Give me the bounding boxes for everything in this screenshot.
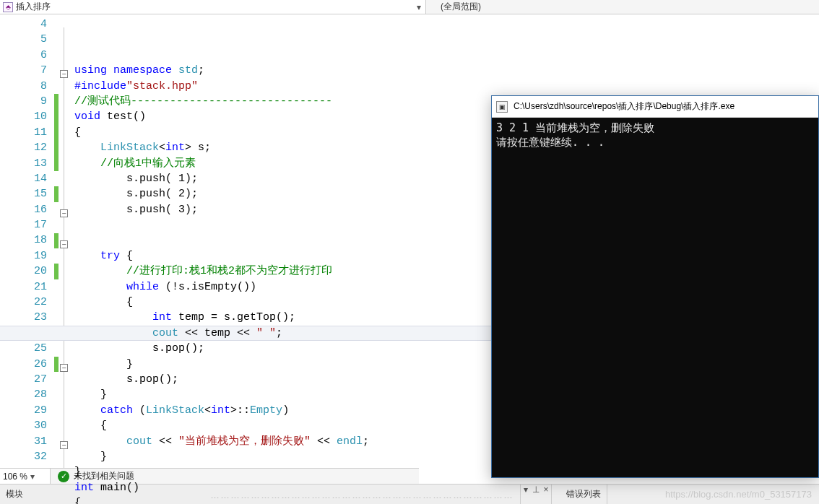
scope-bar: ⬘ 插入排序 ▾ (全局范围) <box>0 0 819 14</box>
line-number: 14 <box>0 171 47 186</box>
watermark: https://blog.csdn.net/m0_53157173 <box>665 489 812 500</box>
line-number: 21 <box>0 279 47 295</box>
line-number: 15 <box>0 186 47 201</box>
fold-toggle[interactable]: − <box>60 209 68 217</box>
line-number: 12 <box>0 140 47 155</box>
line-number: 6 <box>0 48 47 63</box>
tab-modules-label: 模块 <box>6 488 23 500</box>
console-line-1: 3 2 1 当前堆栈为空，删除失败 <box>496 121 654 134</box>
code-line[interactable]: using namespace std; <box>74 63 819 78</box>
line-number: 13 <box>0 156 47 171</box>
code-line[interactable]: #include"stack.hpp" <box>74 79 819 94</box>
line-number: 4 <box>0 17 47 32</box>
scope-dropdown-file[interactable]: ⬘ 插入排序 ▾ <box>0 0 426 14</box>
line-number-gutter: 4567891011121314151617181920212223242526… <box>0 14 54 469</box>
line-number: 8 <box>0 79 47 94</box>
chevron-down-icon: ▾ <box>412 2 425 12</box>
line-number: 17 <box>0 217 47 233</box>
fold-toggle[interactable]: − <box>60 364 68 372</box>
line-number: 10 <box>0 109 47 124</box>
line-number: 30 <box>0 418 47 433</box>
line-number: 23 <box>0 310 47 325</box>
chevron-down-icon: ▾ <box>27 472 38 482</box>
console-line-2: 请按任意键继续. . . <box>496 136 604 149</box>
line-number: 16 <box>0 202 47 217</box>
fold-toggle[interactable]: − <box>60 70 68 78</box>
file-scope-icon: ⬘ <box>3 2 13 12</box>
line-number: 32 <box>0 449 47 464</box>
fold-toggle[interactable]: − <box>60 441 68 449</box>
line-number: 5 <box>0 32 47 47</box>
status-ok-icon: ✓ <box>58 471 69 482</box>
zoom-value: 106 % <box>3 472 27 482</box>
line-number: 7 <box>0 63 47 78</box>
line-number: 26 <box>0 357 47 372</box>
line-number: 25 <box>0 341 47 356</box>
console-output: 3 2 1 当前堆栈为空，删除失败 请按任意键继续. . . <box>492 118 818 477</box>
line-number: 27 <box>0 372 47 387</box>
console-app-icon: ▣ <box>496 101 508 113</box>
line-number: 9 <box>0 94 47 109</box>
line-number: 18 <box>0 233 47 248</box>
line-number: 28 <box>0 387 47 402</box>
console-window[interactable]: ▣ C:\Users\zdh\source\repos\插入排序\Debug\插… <box>491 95 819 478</box>
line-number: 20 <box>0 264 47 279</box>
console-titlebar[interactable]: ▣ C:\Users\zdh\source\repos\插入排序\Debug\插… <box>492 96 818 118</box>
zoom-dropdown[interactable]: 106 % ▾ <box>0 469 51 484</box>
scope-file-label: 插入排序 <box>16 1 412 13</box>
console-title: C:\Users\zdh\source\repos\插入排序\Debug\插入排… <box>514 100 734 113</box>
line-number: 22 <box>0 295 47 310</box>
scope-function-label: (全局范围) <box>441 1 481 13</box>
fold-toggle[interactable]: − <box>60 240 68 248</box>
fold-column: −−−−− <box>58 14 74 469</box>
scope-dropdown-function[interactable]: (全局范围) <box>426 1 481 13</box>
line-number: 29 <box>0 403 47 418</box>
line-number: 31 <box>0 434 47 449</box>
line-number: 11 <box>0 125 47 140</box>
line-number: 19 <box>0 248 47 264</box>
